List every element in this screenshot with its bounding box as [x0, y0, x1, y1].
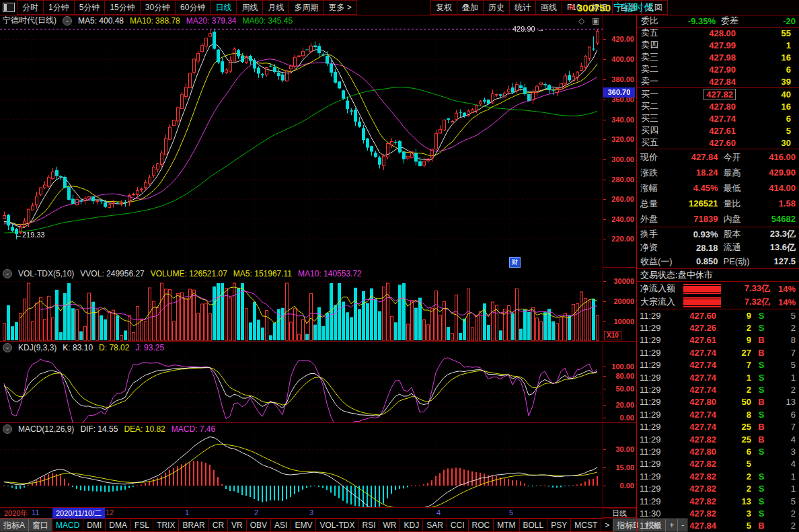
tick-flag: S — [751, 323, 771, 333]
event-badge[interactable]: 财 — [509, 257, 521, 268]
action-button-历史[interactable]: 历史 — [483, 0, 510, 15]
period-button-月线[interactable]: 月线 — [262, 0, 289, 15]
period-button-1分钟[interactable]: 1分钟 — [43, 0, 75, 15]
level-label: 卖四 — [637, 39, 672, 51]
y-axis-label: 280.00 — [611, 176, 634, 184]
indicator-tab-EMV[interactable]: EMV — [291, 519, 316, 532]
axis-tick — [603, 79, 606, 80]
indicator-tab-KDJ[interactable]: KDJ — [400, 519, 423, 532]
indicator-tab-MTM[interactable]: MTM — [493, 519, 519, 532]
ask-row[interactable]: 卖四427.991 — [637, 39, 799, 51]
indicator-tab-MACD[interactable]: MACD — [52, 519, 83, 532]
indicator-tab-TRIX[interactable]: TRIX — [153, 519, 179, 532]
indicator-tab-VOL-TDX[interactable]: VOL-TDX — [315, 519, 358, 532]
indicator-tab-FSL[interactable]: FSL — [130, 519, 153, 532]
tick-row: 11:29427.747S5 — [637, 359, 799, 371]
ask-row[interactable]: 卖五428.0055 — [637, 27, 799, 39]
indicator-tab-ASI[interactable]: ASI — [270, 519, 291, 532]
indicator-tab-指标A[interactable]: 指标A — [0, 519, 29, 532]
indicator-tab-BRAR[interactable]: BRAR — [178, 519, 208, 532]
indicator-tab-窗口[interactable]: 窗口 — [28, 519, 52, 532]
collapse-icon[interactable]: ⌄ — [3, 343, 12, 352]
status-label: 交易状态: — [640, 269, 678, 281]
minimize-window-icon[interactable]: ▣ — [592, 16, 599, 26]
axis-tick — [603, 59, 606, 60]
indicator-tab-CCI[interactable]: CCI — [447, 519, 469, 532]
tick-row: 11:29427.748S6 — [637, 408, 799, 420]
ask-row[interactable]: 卖二427.906 — [637, 63, 799, 75]
indicator-tab-OBV[interactable]: OBV — [246, 519, 271, 532]
tick-time: 11:29 — [637, 471, 668, 482]
macd-canvas[interactable] — [0, 434, 603, 507]
tick-price: 427.74 — [668, 360, 716, 370]
quote-row: 净资28.18流通13.6亿 — [637, 241, 799, 254]
level-price: 427.82 — [672, 89, 753, 100]
window-layout-icon[interactable] — [3, 3, 15, 12]
tick-price: 427.74 — [668, 422, 716, 432]
tick-price: 427.60 — [668, 311, 716, 321]
kdj-header: ⌄ KDJ(9,3,3)K: 83.10D: 78.02J: 93.25 — [0, 342, 636, 353]
stock-code: 300750 — [577, 2, 611, 13]
period-button-日线[interactable]: 日线 — [210, 0, 237, 15]
bid-row[interactable]: 买三427.746 — [637, 112, 799, 124]
period-button-5分钟[interactable]: 5分钟 — [74, 0, 106, 15]
bid-row[interactable]: 买二427.8016 — [637, 100, 799, 112]
tick-row: 11:29427.822S1 — [637, 482, 799, 494]
diamond-marker-icon[interactable]: ◇ — [578, 16, 584, 26]
period-button-更多 >[interactable]: 更多 > — [323, 0, 356, 15]
volume-canvas[interactable] — [0, 279, 603, 341]
indicator-tab-BOLL[interactable]: BOLL — [519, 519, 548, 532]
kdj-canvas[interactable] — [0, 353, 603, 422]
period-button-60分钟[interactable]: 60分钟 — [175, 0, 211, 15]
tick-count: 2 — [771, 521, 799, 531]
date-axis[interactable]: 2020年 2020/11/10/二 111212345 — [0, 508, 603, 519]
bid-row[interactable]: 买一427.8240 — [637, 88, 799, 100]
tick-row: 11:29427.742S2 — [637, 383, 799, 395]
action-button-统计[interactable]: 统计 — [509, 0, 536, 15]
tick-price: 427.61 — [668, 335, 716, 345]
period-button-30分钟[interactable]: 30分钟 — [140, 0, 176, 15]
level-price: 427.80 — [672, 102, 753, 112]
quote-value: 414.00 — [757, 183, 799, 193]
tick-price: 427.74 — [668, 373, 716, 383]
indicator-tab-RSI[interactable]: RSI — [358, 519, 379, 532]
collapse-icon[interactable]: ⌄ — [3, 424, 12, 434]
tick-count: 8 — [771, 335, 799, 345]
bid-row[interactable]: 买四427.615 — [637, 124, 799, 137]
indicator-tab-DMI[interactable]: DMI — [83, 519, 106, 532]
indicator-tab-WR[interactable]: WR — [379, 519, 400, 532]
bid-row[interactable]: 买五427.6030 — [637, 137, 799, 149]
tick-count: 1 — [771, 484, 799, 494]
main-candlestick-canvas[interactable] — [0, 27, 603, 268]
y-axis-label: 400.00 — [611, 55, 634, 63]
legend-item: KDJ(9,3,3) — [18, 343, 56, 352]
tick-count: 5 — [771, 360, 799, 370]
indicator-tab->[interactable]: > — [601, 519, 613, 532]
low-annotation: ←219.33 — [15, 231, 45, 239]
indicator-tab-VR[interactable]: VR — [227, 519, 247, 532]
indicator-tab-PSY[interactable]: PSY — [547, 519, 571, 532]
period-button-分时[interactable]: 分时 — [17, 0, 44, 15]
tick-flag: S — [751, 373, 771, 383]
ask-row[interactable]: 卖三427.9816 — [637, 51, 799, 63]
tick-list[interactable]: 11:29427.609S511:29427.262S211:29427.619… — [637, 309, 799, 532]
tick-volume: 5 — [716, 459, 751, 469]
y-axis-label: 50.00 — [615, 385, 634, 393]
indicator-tab-DMA[interactable]: DMA — [105, 519, 131, 532]
tick-row: 11:29427.7425B7 — [637, 421, 799, 433]
ask-row[interactable]: 卖一427.8439 — [637, 75, 799, 87]
period-button-周线[interactable]: 周线 — [236, 0, 263, 15]
collapse-icon[interactable]: ⌄ — [63, 16, 72, 26]
action-button-叠加[interactable]: 叠加 — [457, 0, 484, 15]
indicator-tab-CR[interactable]: CR — [208, 519, 228, 532]
level-qty: 55 — [753, 28, 799, 38]
period-button-多周期[interactable]: 多周期 — [289, 0, 324, 15]
indicator-tab-SAR[interactable]: SAR — [422, 519, 447, 532]
indicator-tab-ROC[interactable]: ROC — [468, 519, 494, 532]
period-button-15分钟[interactable]: 15分钟 — [104, 0, 140, 15]
collapse-icon[interactable]: ⌄ — [3, 269, 12, 278]
action-button-复权[interactable]: 复权 — [430, 0, 457, 15]
indicator-tab-MCST[interactable]: MCST — [570, 519, 601, 532]
tick-count: 1 — [771, 373, 799, 383]
action-button-画线[interactable]: 画线 — [535, 0, 562, 15]
